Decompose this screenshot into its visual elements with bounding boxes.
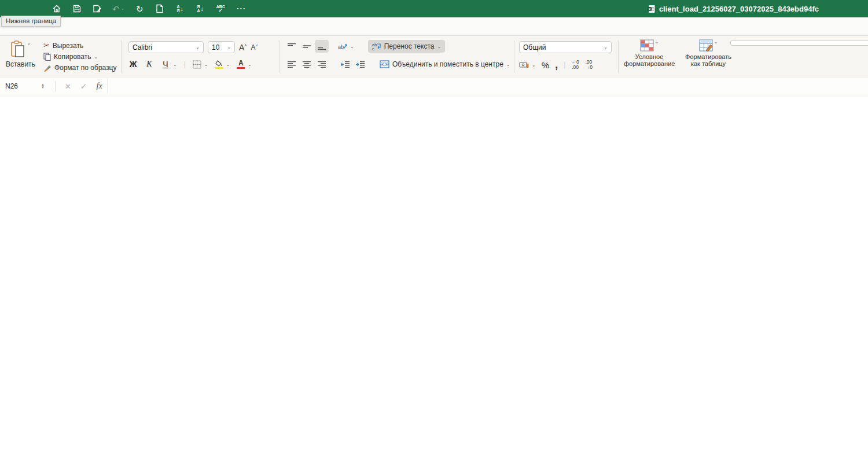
merge-center-chevron-icon: ⌄ <box>506 62 510 67</box>
increase-font-size-button[interactable]: A˄ <box>239 43 247 52</box>
conditional-formatting-label: Условное форматирование <box>624 53 675 67</box>
font-color-chevron-icon: ⌄ <box>248 62 252 67</box>
copy-chevron-icon: ⌄ <box>94 54 98 60</box>
align-bottom-button[interactable] <box>315 40 329 53</box>
fill-color-chevron-icon: ⌄ <box>226 62 230 67</box>
spell-check-icon[interactable]: ABC✓ <box>215 3 226 14</box>
italic-button[interactable]: К <box>145 60 154 69</box>
sort-ascending-icon[interactable]: АЯ↓ <box>175 3 185 14</box>
styles-group: ⌄ Условное форматирование ⌄ Форматироват… <box>624 36 727 78</box>
format-painter-label: Формат по образцу <box>54 64 117 72</box>
cancel-entry-icon[interactable]: ✕ <box>65 82 71 91</box>
window-controls <box>7 5 37 12</box>
format-as-table-label: Форматировать как таблицу <box>682 53 735 67</box>
more-commands-icon[interactable]: ⋯ <box>236 3 246 14</box>
merge-center-button[interactable]: Объединить и поместить в центре ⌄ <box>380 60 510 68</box>
font-name-chevron-icon: ⌄ <box>196 45 200 50</box>
svg-text:x: x <box>649 6 651 10</box>
fill-color-button[interactable]: ⌄ <box>215 60 230 69</box>
minimize-window-button[interactable] <box>19 5 25 12</box>
excel-file-icon: x <box>647 5 656 13</box>
ribbon-tab-bar <box>0 17 868 36</box>
bold-button[interactable]: Ж <box>128 60 138 69</box>
conditional-formatting-button[interactable]: ⌄ Условное форматирование <box>624 39 675 67</box>
tooltip: Нижняя граница <box>1 16 61 27</box>
comma-style-button[interactable]: , <box>555 62 558 68</box>
number-format-combo[interactable]: Общий ⌄ <box>519 41 612 53</box>
font-size-combo[interactable]: 10 ⌄ <box>208 41 235 53</box>
decrease-font-size-button[interactable]: A˅ <box>251 43 258 52</box>
align-middle-button[interactable] <box>300 40 314 53</box>
font-color-button[interactable]: А ⌄ <box>237 60 252 69</box>
orientation-chevron-icon: ⌄ <box>350 44 354 49</box>
zoom-window-button[interactable] <box>30 5 37 12</box>
format-painter-icon <box>43 64 52 72</box>
accounting-format-icon <box>519 61 529 69</box>
underline-button[interactable]: Ч⌄ <box>161 60 177 69</box>
insert-function-icon[interactable]: fx <box>97 82 102 91</box>
orientation-icon: ab <box>338 42 347 50</box>
conditional-formatting-chevron-icon: ⌄ <box>655 39 659 45</box>
align-right-button[interactable] <box>315 58 329 71</box>
fill-color-icon <box>215 60 223 67</box>
font-name-combo[interactable]: Calibri ⌄ <box>128 41 204 53</box>
scissors-icon: ✂ <box>43 41 50 50</box>
save-icon[interactable] <box>72 3 82 14</box>
redo-icon[interactable]: ↻ <box>134 3 145 14</box>
cut-button[interactable]: ✂ Вырезать <box>43 41 117 50</box>
format-as-table-icon <box>699 39 713 52</box>
paste-button[interactable]: ⌄ Вставить <box>6 41 35 72</box>
align-left-button[interactable] <box>285 58 299 71</box>
name-box[interactable]: N26 <box>0 82 41 90</box>
home-icon[interactable] <box>52 3 62 14</box>
alignment-group: ab ⌄ abc Перенос текста ⌄ <box>285 36 512 78</box>
number-format-value: Общий <box>523 43 546 52</box>
percent-style-button[interactable]: % <box>542 60 549 70</box>
formula-input[interactable] <box>107 78 868 94</box>
clipboard-group: ⌄ Вставить ✂ Вырезать Копировать ⌄ <box>6 36 119 78</box>
wrap-text-button[interactable]: abc Перенос текста ⌄ <box>368 40 445 53</box>
decrease-indent-button[interactable] <box>338 58 352 71</box>
formula-bar: N26 ▲▼ ✕ ✓ fx <box>0 78 868 95</box>
decrease-decimal-button[interactable]: .00→0 <box>585 60 593 70</box>
copy-label: Копировать <box>54 53 91 61</box>
excel-window: ↶⌄ ↻ АЯ↓ ЯА↓ ABC✓ ⋯ x client_load_212560… <box>0 0 868 467</box>
align-center-button[interactable] <box>300 58 314 71</box>
accounting-format-button[interactable]: ⌄ <box>519 61 536 69</box>
borders-button[interactable]: ⌄ <box>193 60 208 69</box>
new-document-icon[interactable] <box>155 3 165 14</box>
increase-decimal-button[interactable]: ←0.00 <box>571 60 579 70</box>
spreadsheet-grid <box>0 97 868 467</box>
accounting-chevron-icon: ⌄ <box>532 62 536 68</box>
document-title: client_load_21256027_03072025_843ebd94fc <box>659 5 819 13</box>
orientation-button[interactable]: ab ⌄ <box>338 42 354 50</box>
svg-text:ab: ab <box>338 44 344 50</box>
confirm-entry-icon[interactable]: ✓ <box>80 82 87 91</box>
underline-chevron-icon: ⌄ <box>173 62 177 67</box>
ribbon: ⌄ Вставить ✂ Вырезать Копировать ⌄ <box>0 36 868 79</box>
font-size-value: 10 <box>212 43 219 52</box>
merge-center-label: Объединить и поместить в центре <box>392 60 503 68</box>
title-bar: ↶⌄ ↻ АЯ↓ ЯА↓ ABC✓ ⋯ x client_load_212560… <box>0 0 868 17</box>
format-as-table-chevron-icon: ⌄ <box>714 39 718 45</box>
format-as-table-button[interactable]: ⌄ Форматировать как таблицу <box>682 39 735 67</box>
close-window-button[interactable] <box>7 5 14 12</box>
increase-indent-button[interactable] <box>353 58 367 71</box>
paste-label: Вставить <box>6 60 35 68</box>
save-as-icon[interactable] <box>92 3 102 14</box>
undo-icon[interactable]: ↶⌄ <box>112 3 124 14</box>
name-box-spinner[interactable]: ▲▼ <box>41 83 45 89</box>
format-painter-button[interactable]: Формат по образцу <box>43 64 117 72</box>
wrap-text-icon: abc <box>372 42 381 50</box>
wrap-text-label: Перенос текста <box>384 42 435 50</box>
cut-label: Вырезать <box>53 42 83 50</box>
sort-descending-icon[interactable]: ЯА↓ <box>195 3 205 14</box>
merge-center-icon <box>380 60 389 68</box>
copy-icon <box>43 53 51 61</box>
conditional-formatting-icon <box>640 39 654 52</box>
wrap-text-chevron-icon: ⌄ <box>437 44 441 49</box>
font-name-value: Calibri <box>133 43 152 52</box>
copy-button[interactable]: Копировать ⌄ <box>43 53 117 61</box>
font-size-chevron-icon: ⌄ <box>227 45 231 50</box>
align-top-button[interactable] <box>285 40 299 53</box>
